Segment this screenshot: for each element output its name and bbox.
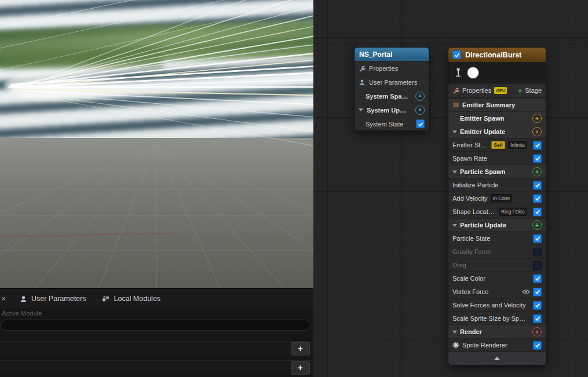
row-emitter-spawn[interactable]: Emitter Spawn + bbox=[448, 111, 546, 125]
row-particle-update[interactable]: Particle Update + bbox=[448, 218, 546, 231]
close-icon[interactable]: × bbox=[0, 294, 12, 303]
row-render[interactable]: Render + bbox=[448, 325, 546, 338]
row-label: Spawn Rate bbox=[452, 155, 487, 162]
search-input[interactable] bbox=[0, 320, 311, 331]
emitter-preview-strip bbox=[448, 62, 546, 84]
system-node-title: NS_Portal bbox=[359, 50, 392, 59]
add-renderer-button[interactable]: + bbox=[532, 327, 542, 336]
row-label: Scale Color bbox=[452, 275, 485, 282]
wrench-icon bbox=[452, 87, 459, 94]
row-spawn-rate[interactable]: Spawn Rate bbox=[448, 151, 546, 165]
chevron-down-icon[interactable] bbox=[452, 171, 457, 173]
module-enabled-checkbox[interactable] bbox=[533, 288, 542, 296]
module-enabled-checkbox[interactable] bbox=[533, 341, 542, 350]
add-module-button[interactable]: + bbox=[532, 127, 542, 136]
parameter-category-row: + bbox=[0, 341, 313, 356]
system-row-properties[interactable]: Properties bbox=[355, 61, 429, 75]
system-row-system-spawn[interactable]: System Spawn + bbox=[355, 89, 429, 103]
module-enabled-checkbox[interactable] bbox=[533, 301, 542, 310]
row-vortex-force[interactable]: Vortex Force bbox=[448, 285, 546, 298]
gpu-badge: GPU bbox=[494, 87, 507, 94]
module-enabled-checkbox[interactable] bbox=[533, 314, 542, 323]
row-shape-location[interactable]: Shape Location Ring / Disc bbox=[448, 205, 546, 218]
tab-label: Local Modules bbox=[114, 295, 160, 303]
summary-list-icon bbox=[452, 102, 459, 108]
lifecycle-badge: Infinite bbox=[508, 141, 527, 149]
row-label: Initialize Particle bbox=[452, 182, 498, 188]
chevron-down-icon[interactable] bbox=[359, 108, 363, 111]
module-enabled-checkbox[interactable] bbox=[533, 248, 542, 256]
chevron-down-icon[interactable] bbox=[452, 130, 457, 133]
row-solve-forces-velocity[interactable]: Solve Forces and Velocity bbox=[448, 298, 546, 311]
row-initialize-particle[interactable]: Initialize Particle bbox=[448, 178, 546, 191]
properties-button[interactable]: Properties bbox=[462, 87, 491, 94]
emitter-node-directionalburst[interactable]: DirectionalBurst Properties GPU + Stage … bbox=[448, 47, 546, 365]
add-module-button[interactable]: + bbox=[415, 92, 425, 101]
row-particle-state[interactable]: Particle State bbox=[448, 231, 546, 245]
module-enabled-checkbox[interactable] bbox=[533, 234, 542, 243]
collapse-node-button[interactable] bbox=[448, 351, 546, 365]
module-enabled-checkbox[interactable] bbox=[533, 194, 542, 203]
module-enabled-checkbox[interactable] bbox=[533, 208, 542, 216]
system-node-header[interactable]: NS_Portal bbox=[355, 48, 429, 61]
add-stage-icon[interactable]: + bbox=[518, 86, 523, 95]
module-enabled-checkbox[interactable] bbox=[533, 141, 542, 150]
module-enabled-checkbox[interactable] bbox=[533, 181, 542, 190]
row-scale-sprite-size-by-speed[interactable]: Scale Sprite Size by Speed bbox=[448, 311, 546, 325]
person-icon bbox=[359, 79, 366, 86]
module-enabled-checkbox[interactable] bbox=[533, 261, 542, 270]
chevron-down-icon[interactable] bbox=[452, 331, 457, 334]
row-add-velocity[interactable]: Add Velocity In Cone bbox=[448, 191, 546, 205]
eye-icon[interactable] bbox=[522, 289, 530, 295]
row-drag[interactable]: Drag bbox=[448, 258, 546, 271]
stage-button[interactable]: Stage bbox=[525, 87, 542, 94]
add-parameter-button[interactable]: + bbox=[291, 342, 310, 356]
module-enabled-checkbox[interactable] bbox=[533, 274, 542, 283]
row-label: Particle Update bbox=[460, 222, 506, 229]
row-scale-color[interactable]: Scale Color bbox=[448, 271, 546, 285]
row-label: Emitter Spawn bbox=[460, 115, 504, 122]
add-module-button[interactable]: + bbox=[532, 220, 542, 230]
row-label: Gravity Force bbox=[452, 248, 491, 255]
emitter-node-title: DirectionalBurst bbox=[465, 51, 521, 59]
row-label: Solve Forces and Velocity bbox=[452, 302, 526, 309]
row-emitter-update[interactable]: Emitter Update + bbox=[448, 125, 546, 138]
add-module-button[interactable]: + bbox=[532, 167, 542, 176]
emitter-type-icon bbox=[454, 68, 462, 77]
row-label: Properties bbox=[369, 65, 398, 72]
row-particle-spawn[interactable]: Particle Spawn + bbox=[448, 165, 546, 178]
preview-viewport[interactable] bbox=[0, 0, 313, 288]
sprite-renderer-icon bbox=[452, 342, 459, 349]
emitter-enabled-checkbox[interactable] bbox=[452, 50, 461, 59]
particle-streaks bbox=[0, 0, 313, 288]
system-row-user-parameters[interactable]: User Parameters bbox=[355, 75, 429, 89]
tab-user-parameters[interactable]: User Parameters bbox=[12, 289, 94, 309]
tab-local-modules[interactable]: Local Modules bbox=[94, 289, 169, 309]
mode-badge: In Cone bbox=[491, 194, 513, 202]
sprite-thumbnail[interactable] bbox=[467, 67, 479, 79]
chevron-down-icon[interactable] bbox=[452, 224, 457, 227]
system-node-ns-portal[interactable]: NS_Portal Properties User Parameters Sys… bbox=[354, 47, 429, 131]
system-row-system-state[interactable]: System State bbox=[355, 117, 429, 130]
row-emitter-state[interactable]: Emitter State Self Infinite bbox=[448, 138, 546, 151]
row-label: System State bbox=[366, 121, 403, 128]
row-emitter-summary[interactable]: Emitter Summary bbox=[448, 98, 546, 111]
emitter-node-header[interactable]: DirectionalBurst bbox=[448, 48, 546, 62]
tab-label: User Parameters bbox=[31, 295, 86, 303]
parameter-category-row: + bbox=[0, 360, 313, 375]
row-gravity-force[interactable]: Gravity Force bbox=[448, 245, 546, 258]
row-sprite-renderer[interactable]: Sprite Renderer bbox=[448, 338, 546, 351]
emitter-toolbar: Properties GPU + Stage bbox=[448, 84, 546, 98]
mode-badge: Ring / Disc bbox=[499, 208, 527, 216]
row-label: Scale Sprite Size by Speed bbox=[452, 315, 527, 322]
system-row-system-update[interactable]: System Update + bbox=[355, 103, 429, 117]
row-label: Particle State bbox=[452, 235, 490, 242]
scope-badge: Self bbox=[491, 141, 505, 149]
row-label: System Spawn bbox=[366, 93, 408, 100]
add-module-button[interactable]: + bbox=[415, 106, 425, 115]
module-enabled-checkbox[interactable] bbox=[533, 154, 542, 163]
module-enabled-checkbox[interactable] bbox=[416, 119, 425, 128]
add-parameter-button[interactable]: + bbox=[291, 361, 310, 375]
add-module-button[interactable]: + bbox=[532, 114, 542, 123]
row-label: User Parameters bbox=[369, 79, 417, 86]
